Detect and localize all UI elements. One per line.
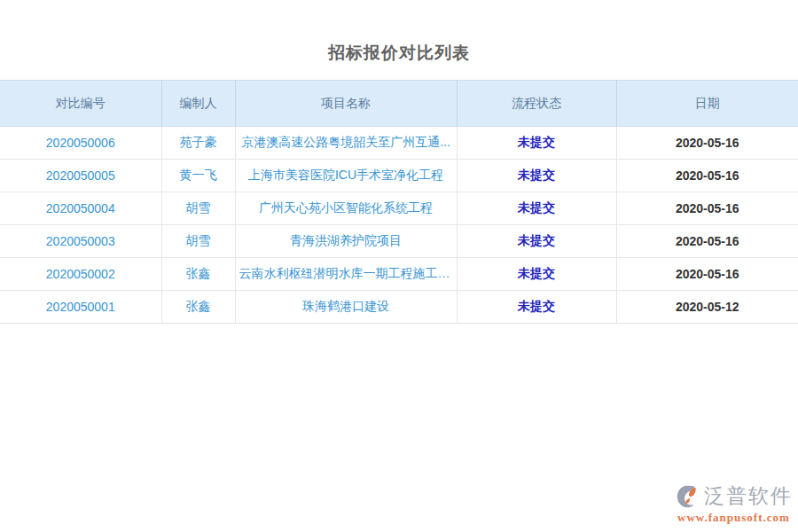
cell-preparer[interactable]: 张鑫: [161, 291, 235, 324]
column-header-date: 日期: [616, 81, 798, 127]
cell-project-name[interactable]: 上海市美容医院ICU手术室净化工程: [235, 160, 457, 192]
table-body: 2020050006苑子豪京港澳高速公路粤境韶关至广州互通...未提交2020-…: [0, 127, 798, 324]
table-row[interactable]: 2020050002张鑫云南水利枢纽潜明水库一期工程施工I标未提交2020-05…: [0, 258, 798, 291]
cell-compare-no[interactable]: 2020050002: [0, 258, 161, 291]
cell-compare-no[interactable]: 2020050006: [0, 127, 161, 160]
cell-date: 2020-05-16: [616, 192, 798, 225]
cell-date: 2020-05-16: [616, 225, 798, 258]
cell-preparer[interactable]: 胡雪: [161, 192, 235, 225]
cell-project-name[interactable]: 广州天心苑小区智能化系统工程: [235, 192, 457, 225]
cell-process-status: 未提交: [457, 258, 616, 291]
cell-process-status: 未提交: [457, 225, 616, 258]
cell-preparer[interactable]: 苑子豪: [161, 127, 235, 160]
cell-project-name[interactable]: 云南水利枢纽潜明水库一期工程施工I标: [235, 258, 457, 291]
cell-preparer[interactable]: 胡雪: [161, 225, 235, 258]
table-header: 对比编号 编制人 项目名称 流程状态 日期: [0, 81, 798, 127]
fanpu-logo-icon: [675, 483, 701, 510]
cell-project-name[interactable]: 珠海鹤港口建设: [235, 291, 457, 324]
vendor-url[interactable]: www.fanpusoft.com: [675, 511, 793, 525]
cell-compare-no[interactable]: 2020050005: [0, 160, 161, 192]
cell-preparer[interactable]: 黄一飞: [161, 160, 235, 192]
cell-process-status: 未提交: [457, 291, 616, 324]
column-header-process-status: 流程状态: [457, 81, 616, 127]
cell-project-name[interactable]: 京港澳高速公路粤境韶关至广州互通...: [235, 127, 457, 160]
vendor-logo[interactable]: 泛普软件 www.fanpusoft.com: [675, 482, 793, 525]
cell-compare-no[interactable]: 2020050001: [0, 291, 161, 324]
column-header-compare-no: 对比编号: [0, 81, 161, 127]
page-title: 招标报价对比列表: [0, 0, 798, 65]
cell-project-name[interactable]: 青海洪湖养护院项目: [235, 225, 457, 258]
cell-compare-no[interactable]: 2020050004: [0, 192, 161, 225]
column-header-project-name: 项目名称: [235, 81, 457, 127]
cell-process-status: 未提交: [457, 160, 616, 192]
cell-compare-no[interactable]: 2020050003: [0, 225, 161, 258]
vendor-name: 泛普软件: [704, 482, 793, 510]
cell-date: 2020-05-12: [616, 291, 798, 324]
cell-date: 2020-05-16: [616, 127, 798, 160]
table-row[interactable]: 2020050001张鑫珠海鹤港口建设未提交2020-05-12: [0, 291, 798, 324]
cell-process-status: 未提交: [457, 127, 616, 160]
table-row[interactable]: 2020050006苑子豪京港澳高速公路粤境韶关至广州互通...未提交2020-…: [0, 127, 798, 160]
cell-date: 2020-05-16: [616, 160, 798, 192]
column-header-preparer: 编制人: [161, 81, 235, 127]
cell-preparer[interactable]: 张鑫: [161, 258, 235, 291]
table-row[interactable]: 2020050003胡雪青海洪湖养护院项目未提交2020-05-16: [0, 225, 798, 258]
table-row[interactable]: 2020050005黄一飞上海市美容医院ICU手术室净化工程未提交2020-05…: [0, 160, 798, 192]
bid-comparison-table: 对比编号 编制人 项目名称 流程状态 日期 2020050006苑子豪京港澳高速…: [0, 80, 798, 324]
cell-process-status: 未提交: [457, 192, 616, 225]
cell-date: 2020-05-16: [616, 258, 798, 291]
table-row[interactable]: 2020050004胡雪广州天心苑小区智能化系统工程未提交2020-05-16: [0, 192, 798, 225]
